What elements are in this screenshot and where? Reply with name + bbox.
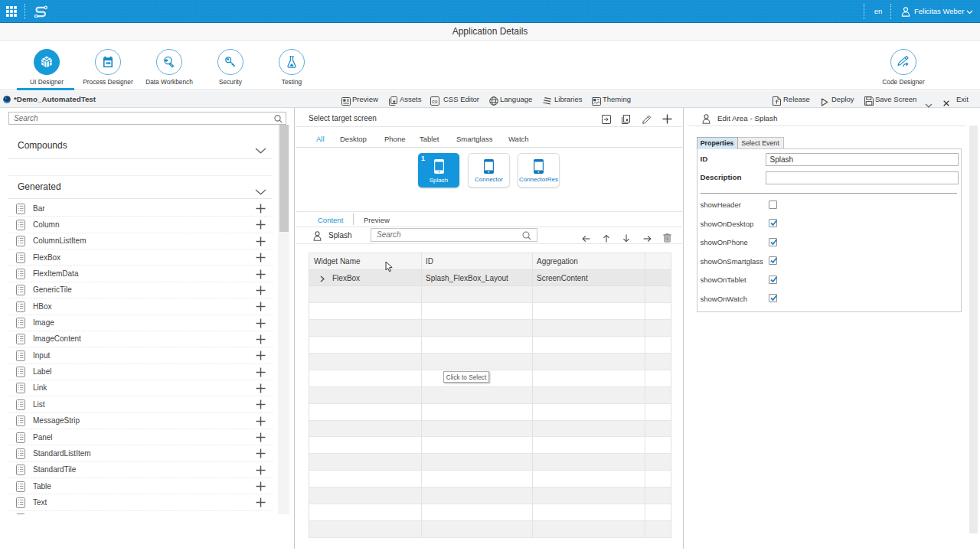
svg-text:co: co bbox=[432, 99, 438, 104]
